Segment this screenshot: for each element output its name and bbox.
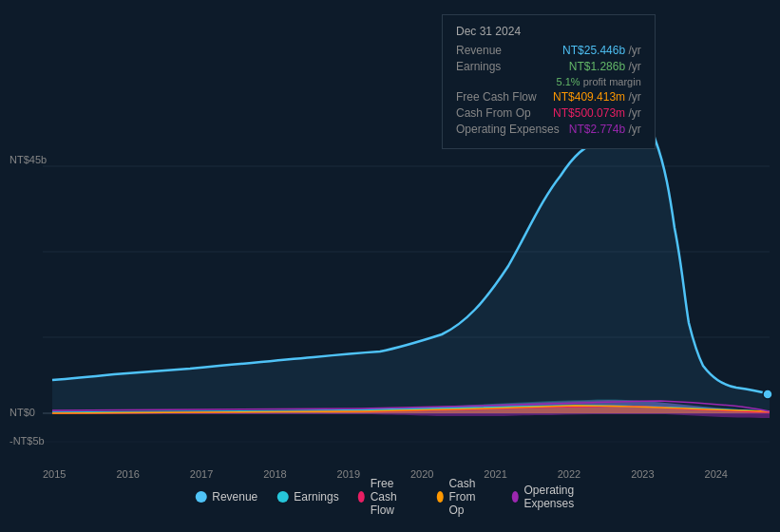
tooltip-value-cashfromop: NT$500.073m /yr bbox=[553, 106, 641, 120]
x-label-2016: 2016 bbox=[116, 468, 139, 480]
legend: Revenue Earnings Free Cash Flow Cash Fro… bbox=[195, 477, 585, 517]
legend-label-opex: Operating Expenses bbox=[523, 484, 584, 510]
legend-label-revenue: Revenue bbox=[212, 490, 257, 504]
legend-label-fcf: Free Cash Flow bbox=[371, 477, 418, 517]
chart-svg bbox=[0, 0, 780, 484]
tooltip-value-earnings: NT$1.286b /yr bbox=[569, 60, 641, 73]
legend-item-cashfromop: Cash From Op bbox=[436, 477, 492, 517]
y-label-zero: NT$0 bbox=[10, 407, 35, 418]
legend-item-earnings: Earnings bbox=[276, 490, 338, 504]
x-label-2015: 2015 bbox=[43, 468, 66, 480]
tooltip-label-fcf: Free Cash Flow bbox=[456, 90, 537, 104]
svg-point-7 bbox=[763, 390, 772, 399]
tooltip-value-fcf: NT$409.413m /yr bbox=[553, 90, 641, 104]
legend-item-opex: Operating Expenses bbox=[511, 484, 584, 510]
tooltip-label-opex: Operating Expenses bbox=[456, 123, 560, 136]
tooltip-profit-margin: 5.1% profit margin bbox=[456, 76, 641, 87]
legend-dot-revenue bbox=[195, 491, 206, 503]
tooltip-row-cashfromop: Cash From Op NT$500.073m /yr bbox=[456, 106, 641, 120]
tooltip-date: Dec 31 2024 bbox=[456, 25, 641, 38]
y-label-neg: -NT$5b bbox=[10, 435, 45, 446]
legend-dot-opex bbox=[511, 491, 518, 503]
tooltip-label-earnings: Earnings bbox=[456, 60, 501, 73]
legend-item-fcf: Free Cash Flow bbox=[358, 477, 418, 517]
legend-label-earnings: Earnings bbox=[294, 490, 338, 504]
x-label-2023: 2023 bbox=[631, 468, 654, 480]
tooltip-label-cashfromop: Cash From Op bbox=[456, 106, 531, 120]
legend-label-cashfromop: Cash From Op bbox=[448, 477, 492, 517]
tooltip-row-fcf: Free Cash Flow NT$409.413m /yr bbox=[456, 90, 641, 104]
legend-dot-fcf bbox=[358, 491, 365, 503]
x-label-2024: 2024 bbox=[705, 468, 728, 480]
tooltip-row-opex: Operating Expenses NT$2.774b /yr bbox=[456, 123, 641, 136]
legend-dot-earnings bbox=[276, 491, 288, 503]
tooltip-row-earnings: Earnings NT$1.286b /yr bbox=[456, 60, 641, 73]
tooltip-value-revenue: NT$25.446b /yr bbox=[562, 44, 641, 57]
tooltip-value-opex: NT$2.774b /yr bbox=[569, 123, 641, 136]
tooltip: Dec 31 2024 Revenue NT$25.446b /yr Earni… bbox=[442, 14, 656, 149]
tooltip-row-revenue: Revenue NT$25.446b /yr bbox=[456, 44, 641, 57]
legend-dot-cashfromop bbox=[436, 491, 443, 503]
y-label-top: NT$45b bbox=[10, 154, 47, 165]
legend-item-revenue: Revenue bbox=[195, 490, 257, 504]
tooltip-label-revenue: Revenue bbox=[456, 44, 502, 57]
